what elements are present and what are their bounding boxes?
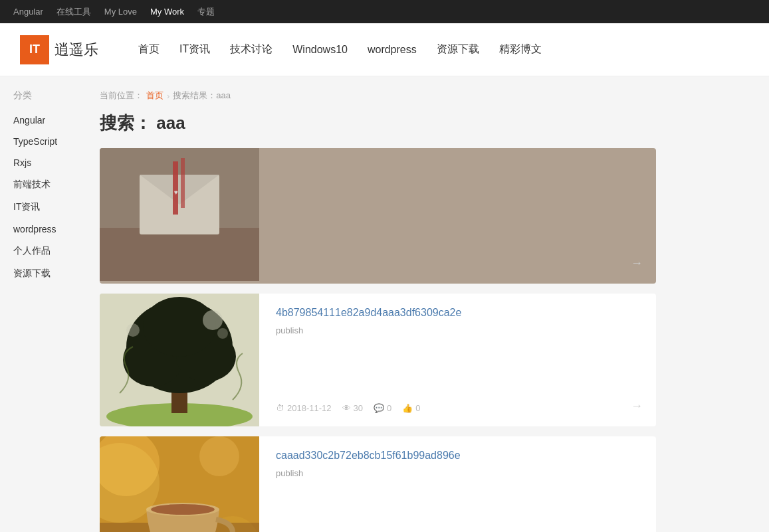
article-body-2: 4b879854111e82a9d4aaa3df6309ca2e publish… <box>259 294 656 426</box>
comment-icon-2: 💬 <box>374 403 384 413</box>
thumb-svg-2 <box>100 294 259 426</box>
breadcrumb: 当前位置： 首页 › 搜索结果：aaa <box>100 90 656 102</box>
sidebar-item-typescript[interactable]: TypeScript <box>13 131 80 152</box>
svg-rect-7 <box>100 148 259 281</box>
sidebar-item-personal[interactable]: 个人作品 <box>13 240 80 262</box>
meta-comments-2: 💬 0 <box>374 403 391 413</box>
search-query: aaa <box>156 113 185 133</box>
nav-wordpress[interactable]: wordpress <box>368 44 417 56</box>
article-status-3: publish <box>276 468 639 478</box>
views-value-2: 30 <box>354 403 363 413</box>
nav-home[interactable]: 首页 <box>138 43 160 56</box>
article-thumb-1: ♥ <box>100 148 656 284</box>
main-navigation: 首页 IT资讯 技术讨论 Windows10 wordpress 资源下载 精彩… <box>138 43 542 56</box>
svg-point-24 <box>151 504 215 515</box>
site-logo[interactable]: IT 逍遥乐 <box>20 35 98 64</box>
article-title-3[interactable]: caaad330c2b72eb8cb15f61b99ad896e <box>276 450 639 462</box>
svg-point-16 <box>217 328 228 339</box>
article-title-2[interactable]: 4b879854111e82a9d4aaa3df6309ca2e <box>276 307 639 319</box>
arrow-button-2[interactable]: → <box>631 399 643 413</box>
svg-point-21 <box>199 436 239 476</box>
top-nav-special[interactable]: 专题 <box>197 6 215 18</box>
nav-windows10[interactable]: Windows10 <box>292 44 348 56</box>
eye-icon-2: 👁 <box>342 403 351 413</box>
main-content: 当前位置： 首页 › 搜索结果：aaa 搜索： aaa <box>93 90 663 532</box>
breadcrumb-separator: › <box>167 91 169 101</box>
svg-point-17 <box>126 323 140 337</box>
thumb-svg-1: ♥ <box>100 148 259 281</box>
site-header: IT 逍遥乐 首页 IT资讯 技术讨论 Windows10 wordpress … <box>0 23 769 76</box>
content-wrapper: 分类 Angular TypeScript Rxjs 前端技术 IT资讯 wor… <box>0 76 769 532</box>
sidebar-item-wordpress[interactable]: wordpress <box>13 219 80 240</box>
date-value-2: 2018-11-12 <box>287 403 332 413</box>
logo-text: 逍遥乐 <box>55 40 98 60</box>
breadcrumb-current: 搜索结果：aaa <box>173 90 231 102</box>
top-nav-angular[interactable]: Angular <box>13 7 43 17</box>
sidebar-item-itnews[interactable]: IT资讯 <box>13 196 80 219</box>
svg-point-14 <box>143 297 216 357</box>
arrow-button-1[interactable]: → <box>631 256 643 270</box>
sidebar: 分类 Angular TypeScript Rxjs 前端技术 IT资讯 wor… <box>0 90 93 532</box>
article-meta-2: ⏱ 2018-11-12 👁 30 💬 0 👍 0 <box>276 403 639 413</box>
search-title: 搜索： aaa <box>100 112 656 135</box>
breadcrumb-home[interactable]: 首页 <box>146 90 164 102</box>
top-nav-tools[interactable]: 在线工具 <box>56 6 91 18</box>
top-nav-mywork[interactable]: My Work <box>150 7 184 17</box>
likes-value-2: 0 <box>415 403 420 413</box>
article-card-2: 4b879854111e82a9d4aaa3df6309ca2e publish… <box>100 294 656 426</box>
meta-date-2: ⏱ 2018-11-12 <box>276 403 332 413</box>
like-icon-2: 👍 <box>402 403 413 413</box>
article-card-1: ♥ b96e08777f72ed84f978d92aaa763e6e publi… <box>100 148 656 284</box>
article-thumb-3 <box>100 436 259 532</box>
sidebar-item-rxjs[interactable]: Rxjs <box>13 152 80 173</box>
nav-resources[interactable]: 资源下载 <box>437 43 479 56</box>
sidebar-item-frontend[interactable]: 前端技术 <box>13 173 80 196</box>
nav-tech-discuss[interactable]: 技术讨论 <box>230 43 273 56</box>
comments-value-2: 0 <box>387 403 391 413</box>
thumb-svg-3 <box>100 436 259 532</box>
sidebar-item-resources[interactable]: 资源下载 <box>13 262 80 285</box>
sidebar-item-angular[interactable]: Angular <box>13 110 80 131</box>
svg-point-15 <box>203 310 223 330</box>
nav-best-posts[interactable]: 精彩博文 <box>499 43 542 56</box>
search-title-prefix: 搜索： <box>100 113 152 133</box>
top-navigation: Angular 在线工具 My Love My Work 专题 <box>0 0 769 23</box>
article-card-3: caaad330c2b72eb8cb15f61b99ad896e publish… <box>100 436 656 532</box>
meta-views-2: 👁 30 <box>342 403 363 413</box>
top-nav-mylove[interactable]: My Love <box>104 7 137 17</box>
article-thumb-2 <box>100 294 259 426</box>
meta-likes-2: 👍 0 <box>402 403 420 413</box>
logo-icon: IT <box>20 35 49 64</box>
clock-icon-2: ⏱ <box>276 403 284 413</box>
right-sidebar: IT 逍遥乐IT博客 <box>663 90 769 532</box>
breadcrumb-prefix: 当前位置： <box>100 90 143 102</box>
sidebar-title: 分类 <box>13 90 80 102</box>
nav-it-news[interactable]: IT资讯 <box>179 43 210 56</box>
article-body-3: caaad330c2b72eb8cb15f61b99ad896e publish… <box>259 436 656 532</box>
article-status-2: publish <box>276 325 639 335</box>
